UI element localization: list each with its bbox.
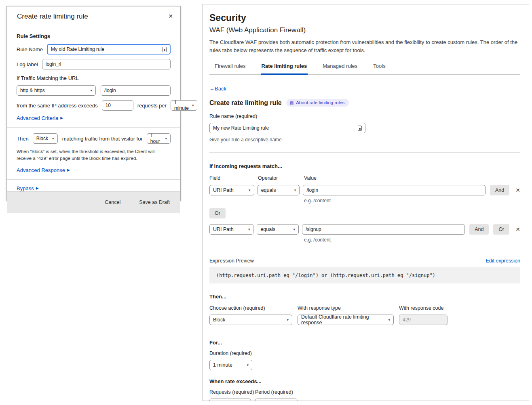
- divider: [7, 127, 180, 128]
- block-duration-select[interactable]: 1 hour ▾: [147, 133, 171, 144]
- response-code-input: [403, 317, 444, 323]
- tab-rate-limiting-rules[interactable]: Rate limiting rules: [261, 61, 308, 75]
- operator-select[interactable]: equals ▾: [258, 185, 300, 195]
- and-button[interactable]: And: [469, 224, 489, 235]
- modal-header: Create rate limiting rule ✕: [7, 6, 180, 26]
- value-input[interactable]: [306, 227, 461, 232]
- log-label-input[interactable]: [46, 61, 167, 67]
- condition-column-labels: Field Operator Value: [209, 175, 520, 181]
- expression-preview-header: Expression Preview Edit expression: [209, 258, 520, 264]
- operator-select-value: equals: [260, 227, 275, 232]
- autofill-icon[interactable]: [358, 126, 362, 131]
- response-type-label: With response type: [298, 305, 394, 311]
- value-help: e.g. /content: [304, 198, 520, 204]
- url-field[interactable]: [101, 85, 171, 96]
- operator-column-label: Operator: [258, 175, 304, 181]
- rate-period-select[interactable]: 1 minute ▾: [255, 399, 298, 401]
- rule-name-label: Rule Name: [17, 46, 43, 52]
- bypass-label: Bypass: [17, 185, 34, 191]
- requests-count-field[interactable]: [102, 100, 133, 111]
- create-rule-heading-row: Create rate limiting rule ▤ About rate l…: [209, 99, 520, 107]
- requests-per-text: requests per: [137, 103, 167, 109]
- field-select-value: URI Path: [213, 227, 234, 232]
- period-select[interactable]: 1 minute ▾: [171, 100, 198, 111]
- value-help: e.g. /content: [304, 237, 520, 243]
- advanced-response-label: Advanced Response: [17, 167, 65, 173]
- tab-firewall-rules[interactable]: Firewall rules: [214, 61, 247, 75]
- rule-name-label: Rule name (required): [209, 113, 520, 119]
- or-button[interactable]: Or: [493, 224, 509, 235]
- operator-select-value: equals: [261, 187, 276, 193]
- rate-row: 1 minute ▾: [209, 399, 520, 401]
- field-select[interactable]: URI Path ▾: [209, 224, 253, 235]
- field-select-value: URI Path: [213, 187, 234, 193]
- about-rate-limiting-rules-badge[interactable]: ▤ About rate limiting rules: [286, 99, 349, 107]
- caret-down-icon: ▾: [247, 363, 249, 367]
- value-input[interactable]: [306, 187, 482, 193]
- rule-name-row: Rule Name: [17, 44, 171, 55]
- save-as-draft-button[interactable]: Save as Draft: [139, 199, 170, 205]
- tab-tools[interactable]: Tools: [372, 61, 386, 75]
- then-columns: Choose action (required) Block ▾ With re…: [209, 305, 520, 325]
- security-waf-panel: Security WAF (Web Application Firewall) …: [202, 4, 529, 401]
- cancel-button[interactable]: Cancel: [105, 199, 120, 205]
- remove-condition-icon[interactable]: ✕: [515, 187, 520, 193]
- tab-managed-rules[interactable]: Managed rules: [322, 61, 358, 75]
- action-select[interactable]: Block ▾: [209, 315, 292, 325]
- rule-name-field[interactable]: [47, 44, 171, 55]
- close-icon[interactable]: ✕: [167, 13, 175, 20]
- condition-row-1: URI Path ▾ equals ▾ And ✕: [209, 185, 520, 195]
- scheme-select[interactable]: http & https ▾: [17, 85, 96, 96]
- traffic-match-heading: If Traffic Matching the URL: [17, 75, 171, 81]
- and-button[interactable]: And: [490, 185, 509, 195]
- url-input[interactable]: [104, 88, 167, 93]
- advanced-response-link[interactable]: Advanced Response ▶: [17, 167, 70, 173]
- caret-down-icon: ▾: [165, 136, 167, 141]
- caret-down-icon: ▾: [293, 227, 295, 231]
- requests-field[interactable]: [209, 399, 251, 401]
- action-select-value: Block: [36, 136, 48, 141]
- requests-label: Requests (required): [209, 389, 255, 395]
- bypass-link[interactable]: Bypass ▶: [17, 185, 39, 191]
- match-heading: If incoming requests match...: [209, 163, 520, 169]
- requests-count-input[interactable]: [106, 103, 130, 108]
- edit-expression-link[interactable]: Edit expression: [486, 258, 520, 264]
- value-field[interactable]: [303, 185, 486, 195]
- or-connector-button[interactable]: Or: [209, 208, 226, 218]
- modal-title: Create rate limiting rule: [17, 13, 88, 21]
- value-field[interactable]: [302, 224, 465, 235]
- duration-select[interactable]: 1 minute ▾: [209, 360, 252, 370]
- field-select[interactable]: URI Path ▾: [209, 185, 254, 195]
- field-column-label: Field: [209, 175, 258, 181]
- matching-text: matching traffic from that visitor for: [62, 136, 143, 142]
- arrow-left-icon: ←: [209, 86, 215, 92]
- response-type-column: With response type Default Cloudflare ra…: [298, 305, 394, 325]
- back-link[interactable]: ←Back: [209, 86, 226, 92]
- advanced-criteria-link[interactable]: Advanced Criteria ▶: [17, 115, 63, 121]
- caret-down-icon: ▾: [249, 188, 251, 192]
- rule-name-input[interactable]: [51, 46, 160, 52]
- back-label: Back: [215, 86, 226, 92]
- page-subtitle: WAF (Web Application Firewall): [209, 26, 520, 34]
- modal-footer: Cancel Save as Draft: [7, 191, 180, 213]
- rule-name-field[interactable]: [209, 123, 365, 133]
- log-label-row: Log label: [17, 59, 171, 69]
- modal-body: Rule Settings Rule Name Log label If Tra…: [7, 26, 180, 191]
- divider: [209, 152, 520, 153]
- divider: [7, 179, 180, 180]
- log-label-field[interactable]: [42, 59, 171, 69]
- response-type-select[interactable]: Default Cloudflare rate limiting respons…: [298, 315, 394, 325]
- caret-down-icon: ▾: [248, 227, 250, 231]
- autofill-icon[interactable]: [163, 47, 167, 52]
- operator-select[interactable]: equals ▾: [257, 224, 299, 235]
- duration-label: Duration (required): [209, 350, 520, 356]
- action-select[interactable]: Block ▾: [33, 133, 58, 144]
- chevron-right-icon: ▶: [67, 168, 70, 172]
- remove-condition-icon[interactable]: ✕: [515, 226, 520, 233]
- caret-down-icon: ▾: [52, 136, 54, 141]
- about-badge-label: About rate limiting rules: [296, 100, 344, 105]
- block-note: When “Block” is set, when the threshold …: [17, 148, 170, 162]
- rule-name-input[interactable]: [213, 125, 355, 131]
- condition-row-2: URI Path ▾ equals ▾ And Or ✕: [209, 224, 520, 235]
- create-rule-heading: Create rate limiting rule: [209, 99, 282, 107]
